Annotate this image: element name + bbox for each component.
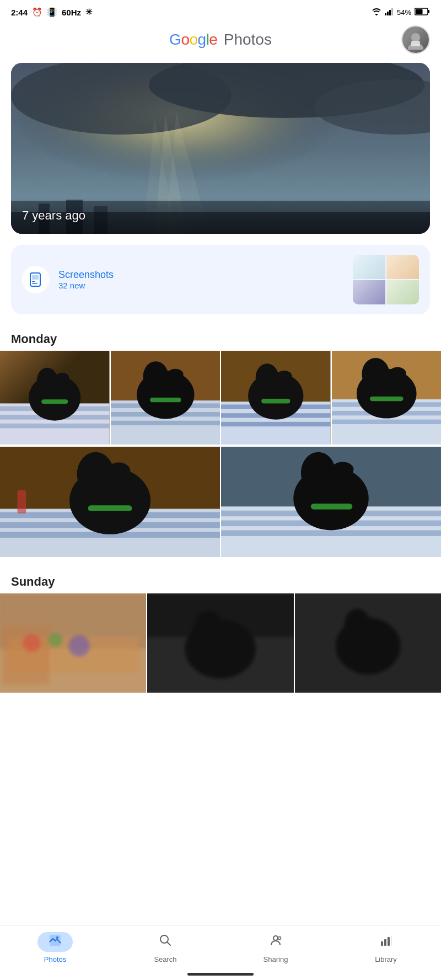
svg-point-62 (389, 367, 406, 380)
svg-rect-107 (391, 935, 391, 946)
photo-cell-5[interactable] (0, 447, 220, 557)
thumb-2 (386, 255, 419, 279)
sunday-photo-2[interactable] (147, 593, 293, 693)
memory-label: 7 years ago (22, 208, 85, 222)
memory-card[interactable]: 7 years ago (11, 63, 430, 234)
thumb-3 (353, 280, 385, 304)
screenshots-count: 32 new (58, 281, 344, 290)
screenshots-icon-wrap (22, 266, 50, 293)
sunday-header: Sunday (0, 568, 441, 593)
svg-rect-1 (387, 12, 389, 15)
svg-point-44 (167, 369, 183, 381)
svg-rect-3 (391, 8, 393, 15)
thumb-1 (353, 255, 385, 279)
sunday-photo-1[interactable] (0, 593, 146, 693)
svg-rect-25 (32, 281, 35, 282)
monday-photo-grid-row1 (0, 351, 441, 445)
svg-point-34 (37, 368, 58, 393)
battery-icon (415, 8, 430, 17)
screenshots-thumbnails (353, 255, 419, 304)
svg-rect-72 (88, 505, 132, 511)
sunday-photo-grid (0, 593, 441, 693)
svg-point-7 (411, 33, 420, 42)
svg-rect-0 (385, 13, 386, 15)
svg-rect-105 (384, 939, 386, 946)
refresh-rate: 60Hz (62, 8, 81, 17)
status-right: 54% (372, 8, 430, 17)
nav-library[interactable]: Library (331, 932, 441, 963)
time-display: 2:44 (11, 8, 28, 17)
svg-point-93 (194, 611, 224, 646)
nav-library-label: Library (375, 955, 397, 963)
svg-rect-36 (41, 399, 68, 404)
svg-rect-26 (32, 283, 37, 284)
svg-rect-82 (311, 504, 353, 510)
svg-rect-63 (369, 397, 403, 401)
svg-line-101 (168, 942, 171, 946)
svg-point-43 (143, 361, 168, 391)
nav-search-label: Search (154, 955, 176, 963)
svg-point-87 (23, 634, 41, 652)
app-logo: Google Photos (169, 31, 272, 49)
photo-cell-1[interactable] (0, 351, 110, 445)
photo-cell-3[interactable] (221, 351, 331, 445)
svg-rect-50 (221, 422, 331, 426)
svg-point-71 (107, 463, 130, 479)
screenshots-info: Screenshots 32 new (58, 269, 344, 290)
svg-point-103 (278, 937, 281, 940)
nav-search[interactable]: Search (110, 932, 220, 963)
svg-rect-2 (389, 10, 391, 15)
bottom-nav: Photos Search Sharing (0, 925, 441, 980)
thumb-4 (386, 280, 419, 304)
svg-rect-9 (411, 41, 420, 46)
wind-icon: ✳ (85, 7, 93, 17)
svg-rect-6 (416, 9, 423, 14)
nav-photos-label: Photos (44, 955, 66, 963)
user-avatar[interactable] (401, 25, 430, 54)
screenshots-title: Screenshots (58, 269, 344, 281)
svg-rect-78 (221, 530, 441, 536)
wifi-icon (372, 8, 381, 17)
status-left: 2:44 ⏰ 📳 60Hz ✳ (11, 7, 93, 17)
svg-rect-5 (428, 10, 429, 13)
photo-cell-2[interactable] (111, 351, 220, 445)
nav-sharing[interactable]: Sharing (220, 932, 331, 963)
svg-rect-106 (388, 937, 390, 946)
status-bar: 2:44 ⏰ 📳 60Hz ✳ 54 (0, 0, 441, 22)
alarm-icon: ⏰ (32, 7, 42, 17)
svg-rect-41 (111, 421, 220, 425)
svg-rect-73 (18, 490, 26, 513)
app-header: Google Photos (0, 22, 441, 57)
screenshots-banner[interactable]: Screenshots 32 new (11, 245, 430, 314)
photo-cell-4[interactable] (332, 351, 442, 445)
svg-point-52 (256, 363, 279, 391)
svg-point-102 (273, 936, 278, 940)
svg-point-99 (56, 936, 58, 939)
signal-icon (385, 8, 394, 17)
svg-rect-45 (150, 398, 181, 402)
nav-sharing-label: Sharing (263, 955, 288, 963)
svg-point-88 (49, 633, 63, 647)
svg-rect-86 (2, 625, 50, 684)
nav-photos[interactable]: Photos (0, 932, 110, 963)
vibrate-icon: 📳 (47, 7, 57, 17)
svg-point-81 (332, 462, 354, 477)
svg-point-61 (362, 358, 389, 390)
svg-rect-54 (261, 399, 290, 403)
svg-point-35 (55, 373, 69, 382)
svg-rect-32 (0, 424, 110, 428)
battery-percent: 54% (397, 8, 411, 17)
photo-cell-6[interactable] (221, 447, 441, 557)
monday-header: Monday (0, 325, 441, 351)
home-indicator (187, 973, 254, 976)
svg-point-89 (68, 635, 90, 657)
svg-point-53 (277, 371, 292, 381)
svg-rect-104 (381, 941, 383, 946)
svg-rect-59 (332, 420, 442, 424)
svg-point-80 (301, 452, 336, 494)
svg-rect-24 (32, 275, 39, 280)
monday-photo-grid-row2 (0, 447, 441, 557)
sunday-photo-3[interactable] (295, 593, 441, 693)
